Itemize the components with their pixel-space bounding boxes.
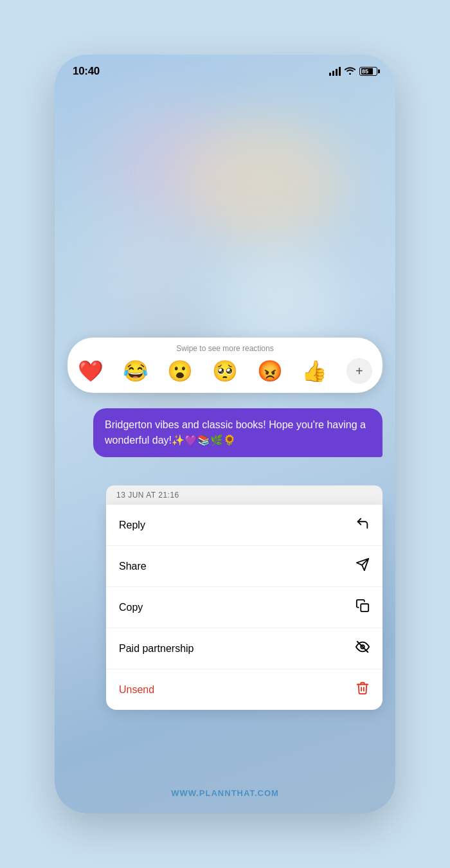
reply-label: Reply bbox=[119, 520, 145, 531]
context-menu-reply[interactable]: Reply bbox=[106, 505, 382, 546]
context-menu: Reply Share bbox=[106, 505, 382, 710]
context-timestamp: 13 JUN AT 21:16 bbox=[106, 485, 382, 505]
context-menu-container: 13 JUN AT 21:16 Reply Share bbox=[106, 485, 382, 710]
signal-icon bbox=[329, 67, 341, 76]
reaction-heart[interactable]: ❤️ bbox=[78, 359, 104, 383]
message-text: Bridgerton vibes and classic books! Hope… bbox=[105, 419, 366, 446]
phone-frame: 10:40 85 Swipe to see more reactions bbox=[55, 55, 395, 813]
bg-decoration bbox=[215, 248, 344, 350]
copy-icon bbox=[356, 599, 370, 616]
status-bar: 10:40 85 bbox=[55, 55, 395, 83]
reaction-bar: Swipe to see more reactions ❤️ 😂 😮 🥺 😡 👍… bbox=[68, 338, 382, 393]
wifi-icon bbox=[345, 66, 356, 77]
reaction-thumbsup[interactable]: 👍 bbox=[302, 359, 327, 383]
reaction-angry[interactable]: 😡 bbox=[257, 359, 283, 383]
message-bubble: Bridgerton vibes and classic books! Hope… bbox=[93, 408, 382, 457]
trash-icon bbox=[356, 681, 370, 698]
context-menu-paid-partnership[interactable]: Paid partnership bbox=[106, 628, 382, 669]
context-menu-copy[interactable]: Copy bbox=[106, 587, 382, 628]
website-url: WWW.PLANNTHAT.COM bbox=[55, 788, 395, 798]
reaction-label: Swipe to see more reactions bbox=[78, 344, 372, 353]
bg-decoration bbox=[183, 119, 344, 248]
paid-partnership-label: Paid partnership bbox=[119, 643, 194, 655]
message-bubble-container: Bridgerton vibes and classic books! Hope… bbox=[93, 408, 382, 457]
svg-rect-2 bbox=[361, 604, 368, 611]
copy-label: Copy bbox=[119, 602, 143, 613]
reply-icon bbox=[356, 516, 370, 534]
unsend-label: Unsend bbox=[119, 684, 154, 696]
context-menu-share[interactable]: Share bbox=[106, 546, 382, 587]
reaction-more-button[interactable]: + bbox=[346, 358, 372, 384]
reaction-laughing[interactable]: 😂 bbox=[123, 359, 148, 383]
reaction-crying[interactable]: 🥺 bbox=[212, 359, 238, 383]
status-icons: 85 bbox=[329, 66, 377, 77]
share-label: Share bbox=[119, 561, 147, 572]
reaction-emojis: ❤️ 😂 😮 🥺 😡 👍 + bbox=[78, 358, 372, 384]
status-time: 10:40 bbox=[73, 65, 100, 78]
context-menu-unsend[interactable]: Unsend bbox=[106, 669, 382, 710]
reaction-container: Swipe to see more reactions ❤️ 😂 😮 🥺 😡 👍… bbox=[68, 338, 382, 393]
battery-icon: 85 bbox=[359, 67, 377, 76]
share-icon bbox=[356, 557, 370, 575]
reaction-surprised[interactable]: 😮 bbox=[167, 359, 193, 383]
bg-decoration bbox=[93, 215, 209, 331]
paid-partnership-icon bbox=[356, 640, 370, 657]
